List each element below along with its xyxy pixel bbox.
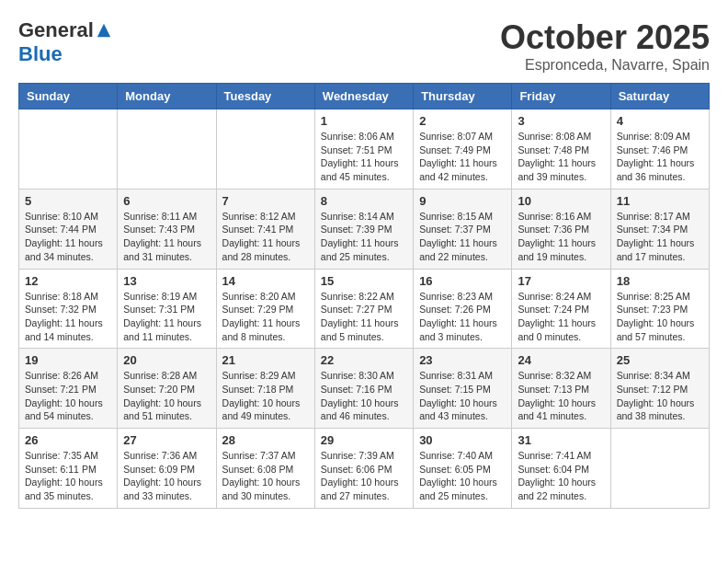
day-info: Sunrise: 8:23 AM Sunset: 7:26 PM Dayligh…: [419, 290, 506, 344]
calendar-cell: 30Sunrise: 7:40 AM Sunset: 6:05 PM Dayli…: [414, 429, 512, 509]
calendar-cell: 19Sunrise: 8:26 AM Sunset: 7:21 PM Dayli…: [19, 349, 118, 429]
day-number: 6: [123, 194, 210, 208]
calendar-cell: 27Sunrise: 7:36 AM Sunset: 6:09 PM Dayli…: [118, 429, 216, 509]
day-number: 28: [222, 433, 309, 447]
day-number: 26: [25, 433, 111, 447]
logo: General Blue: [18, 18, 112, 66]
logo-icon: [96, 22, 112, 39]
day-info: Sunrise: 8:08 AM Sunset: 7:48 PM Dayligh…: [518, 130, 604, 184]
day-info: Sunrise: 8:14 AM Sunset: 7:39 PM Dayligh…: [321, 210, 407, 264]
day-info: Sunrise: 8:20 AM Sunset: 7:29 PM Dayligh…: [222, 290, 309, 344]
calendar-cell: [19, 109, 118, 190]
day-info: Sunrise: 8:12 AM Sunset: 7:41 PM Dayligh…: [222, 210, 309, 264]
day-number: 20: [123, 353, 210, 367]
day-info: Sunrise: 8:11 AM Sunset: 7:43 PM Dayligh…: [123, 210, 210, 264]
calendar-cell: 13Sunrise: 8:19 AM Sunset: 7:31 PM Dayli…: [118, 269, 216, 349]
day-info: Sunrise: 8:30 AM Sunset: 7:16 PM Dayligh…: [321, 369, 407, 423]
day-info: Sunrise: 7:41 AM Sunset: 6:04 PM Dayligh…: [518, 449, 604, 503]
calendar-cell: 4Sunrise: 8:09 AM Sunset: 7:46 PM Daylig…: [610, 109, 709, 190]
calendar-cell: 14Sunrise: 8:20 AM Sunset: 7:29 PM Dayli…: [216, 269, 314, 349]
calendar-cell: 20Sunrise: 8:28 AM Sunset: 7:20 PM Dayli…: [118, 349, 216, 429]
calendar-cell: [118, 109, 216, 190]
day-number: 9: [419, 194, 506, 208]
calendar-week-row: 1Sunrise: 8:06 AM Sunset: 7:51 PM Daylig…: [19, 109, 710, 190]
calendar-cell: 23Sunrise: 8:31 AM Sunset: 7:15 PM Dayli…: [414, 349, 512, 429]
day-info: Sunrise: 8:10 AM Sunset: 7:44 PM Dayligh…: [25, 210, 111, 264]
day-info: Sunrise: 8:31 AM Sunset: 7:15 PM Dayligh…: [419, 369, 506, 423]
day-info: Sunrise: 8:24 AM Sunset: 7:24 PM Dayligh…: [518, 290, 604, 344]
day-info: Sunrise: 8:09 AM Sunset: 7:46 PM Dayligh…: [617, 130, 703, 184]
month-title: October 2025: [500, 18, 710, 57]
logo-blue-text: Blue: [18, 42, 63, 65]
day-number: 15: [321, 274, 407, 288]
logo-general-text: General: [18, 18, 94, 42]
day-number: 30: [419, 433, 506, 447]
svg-marker-0: [97, 24, 110, 37]
day-number: 25: [617, 353, 703, 367]
day-info: Sunrise: 8:17 AM Sunset: 7:34 PM Dayligh…: [617, 210, 703, 264]
day-header-monday: Monday: [118, 84, 216, 109]
day-info: Sunrise: 8:26 AM Sunset: 7:21 PM Dayligh…: [25, 369, 111, 423]
day-info: Sunrise: 8:15 AM Sunset: 7:37 PM Dayligh…: [419, 210, 506, 264]
day-number: 23: [419, 353, 506, 367]
day-number: 18: [617, 274, 703, 288]
day-number: 17: [518, 274, 604, 288]
day-header-sunday: Sunday: [19, 84, 118, 109]
calendar-week-row: 19Sunrise: 8:26 AM Sunset: 7:21 PM Dayli…: [19, 349, 710, 429]
day-header-friday: Friday: [512, 84, 610, 109]
calendar-header-row: SundayMondayTuesdayWednesdayThursdayFrid…: [19, 84, 710, 109]
calendar-cell: 29Sunrise: 7:39 AM Sunset: 6:06 PM Dayli…: [314, 429, 413, 509]
title-block: October 2025 Espronceda, Navarre, Spain: [500, 18, 710, 74]
day-number: 27: [123, 433, 210, 447]
calendar-cell: 16Sunrise: 8:23 AM Sunset: 7:26 PM Dayli…: [414, 269, 512, 349]
day-number: 1: [321, 114, 407, 128]
day-info: Sunrise: 7:35 AM Sunset: 6:11 PM Dayligh…: [25, 449, 111, 503]
day-number: 12: [25, 274, 111, 288]
calendar-cell: [216, 109, 314, 190]
calendar-week-row: 26Sunrise: 7:35 AM Sunset: 6:11 PM Dayli…: [19, 429, 710, 509]
day-info: Sunrise: 8:22 AM Sunset: 7:27 PM Dayligh…: [321, 290, 407, 344]
calendar-cell: 15Sunrise: 8:22 AM Sunset: 7:27 PM Dayli…: [314, 269, 413, 349]
calendar-cell: 9Sunrise: 8:15 AM Sunset: 7:37 PM Daylig…: [414, 189, 512, 269]
day-info: Sunrise: 7:37 AM Sunset: 6:08 PM Dayligh…: [222, 449, 309, 503]
day-number: 31: [518, 433, 604, 447]
day-info: Sunrise: 8:28 AM Sunset: 7:20 PM Dayligh…: [123, 369, 210, 423]
day-number: 5: [25, 194, 111, 208]
page-header: General Blue October 2025 Espronceda, Na…: [18, 18, 710, 74]
day-info: Sunrise: 8:18 AM Sunset: 7:32 PM Dayligh…: [25, 290, 111, 344]
calendar-cell: 3Sunrise: 8:08 AM Sunset: 7:48 PM Daylig…: [512, 109, 610, 190]
calendar-cell: [610, 429, 709, 509]
day-header-tuesday: Tuesday: [216, 84, 314, 109]
calendar-cell: 2Sunrise: 8:07 AM Sunset: 7:49 PM Daylig…: [414, 109, 512, 190]
day-number: 4: [617, 114, 703, 128]
calendar-cell: 31Sunrise: 7:41 AM Sunset: 6:04 PM Dayli…: [512, 429, 610, 509]
day-info: Sunrise: 8:07 AM Sunset: 7:49 PM Dayligh…: [419, 130, 506, 184]
day-info: Sunrise: 8:29 AM Sunset: 7:18 PM Dayligh…: [222, 369, 309, 423]
day-info: Sunrise: 7:36 AM Sunset: 6:09 PM Dayligh…: [123, 449, 210, 503]
day-number: 21: [222, 353, 309, 367]
day-number: 11: [617, 194, 703, 208]
calendar-cell: 22Sunrise: 8:30 AM Sunset: 7:16 PM Dayli…: [314, 349, 413, 429]
calendar-cell: 17Sunrise: 8:24 AM Sunset: 7:24 PM Dayli…: [512, 269, 610, 349]
calendar-cell: 7Sunrise: 8:12 AM Sunset: 7:41 PM Daylig…: [216, 189, 314, 269]
calendar-cell: 6Sunrise: 8:11 AM Sunset: 7:43 PM Daylig…: [118, 189, 216, 269]
calendar-cell: 11Sunrise: 8:17 AM Sunset: 7:34 PM Dayli…: [610, 189, 709, 269]
calendar-cell: 5Sunrise: 8:10 AM Sunset: 7:44 PM Daylig…: [19, 189, 118, 269]
day-number: 8: [321, 194, 407, 208]
day-header-saturday: Saturday: [610, 84, 709, 109]
calendar-cell: 8Sunrise: 8:14 AM Sunset: 7:39 PM Daylig…: [314, 189, 413, 269]
day-number: 19: [25, 353, 111, 367]
calendar-cell: 24Sunrise: 8:32 AM Sunset: 7:13 PM Dayli…: [512, 349, 610, 429]
day-number: 22: [321, 353, 407, 367]
day-number: 16: [419, 274, 506, 288]
day-info: Sunrise: 7:40 AM Sunset: 6:05 PM Dayligh…: [419, 449, 506, 503]
day-number: 24: [518, 353, 604, 367]
day-number: 7: [222, 194, 309, 208]
day-info: Sunrise: 8:06 AM Sunset: 7:51 PM Dayligh…: [321, 130, 407, 184]
day-header-thursday: Thursday: [414, 84, 512, 109]
day-number: 2: [419, 114, 506, 128]
calendar-cell: 12Sunrise: 8:18 AM Sunset: 7:32 PM Dayli…: [19, 269, 118, 349]
day-number: 10: [518, 194, 604, 208]
calendar-week-row: 5Sunrise: 8:10 AM Sunset: 7:44 PM Daylig…: [19, 189, 710, 269]
day-number: 13: [123, 274, 210, 288]
